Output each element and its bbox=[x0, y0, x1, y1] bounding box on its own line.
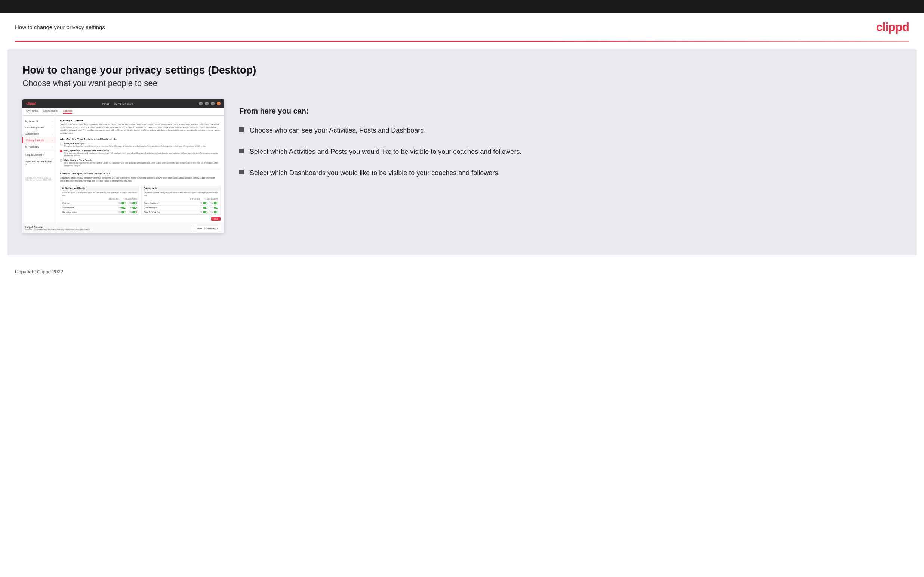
main-content: How to change your privacy settings (Des… bbox=[8, 49, 916, 255]
mockup-manual-followers-toggle: ON bbox=[129, 211, 137, 213]
mockup-what-to-work-on-toggles: ON ON bbox=[200, 211, 219, 213]
top-bar bbox=[0, 0, 924, 13]
mockup-player-dashboard-toggles: ON ON bbox=[200, 202, 219, 204]
mockup-subnav-settings: Settings bbox=[63, 110, 72, 114]
mockup-nav-performance: My Performance bbox=[114, 102, 133, 105]
bullet-list: Choose who can see your Activities, Post… bbox=[239, 126, 901, 178]
mockup-avatar bbox=[217, 102, 221, 105]
mockup-help-desc: Visit our Clippd community to troublesho… bbox=[26, 229, 90, 231]
logo: clippd bbox=[876, 20, 909, 34]
bullet-text-1: Choose who can see your Activities, Post… bbox=[250, 126, 426, 135]
bullet-marker-3 bbox=[239, 170, 244, 174]
mockup-activities-panel: Activities and Posts Select the types of… bbox=[60, 185, 139, 215]
mockup-radio-label-everyone: Everyone on Clippd bbox=[64, 142, 206, 145]
mockup-radio-desc-followers: Only approved followers and coaches you … bbox=[64, 152, 221, 157]
mockup-radio-everyone: Everyone on Clippd Everyone on Clippd ca… bbox=[60, 142, 221, 148]
mockup-player-dashboard-followers-toggle: ON bbox=[210, 202, 218, 204]
mockup-drills-coaches-toggle: ON bbox=[118, 206, 126, 209]
mockup-divider-1 bbox=[60, 169, 221, 170]
mockup-radio-label-followers: Only Approved Followers and Your Coach bbox=[64, 149, 221, 152]
mockup-round-insights-followers-toggle: ON bbox=[210, 206, 218, 209]
mockup-nav-links: Home My Performance bbox=[102, 102, 133, 105]
mockup-toggle-player-dashboard: Player Dashboard ON ON bbox=[142, 201, 220, 205]
bullet-text-2: Select which Activities and Posts you wo… bbox=[250, 147, 522, 156]
content-columns: clippd Home My Performance My Profile bbox=[23, 99, 901, 233]
mockup-body: My Account› Data Integrations› Subscript… bbox=[23, 116, 224, 224]
mockup-toggle-drills: Practice Drills ON ON bbox=[60, 205, 139, 210]
mockup-radio-followers: Only Approved Followers and Your Coach O… bbox=[60, 149, 221, 157]
mockup-rounds-label: Rounds bbox=[62, 202, 118, 204]
mockup-sidebar-my-account: My Account› bbox=[23, 118, 56, 124]
mockup-toggle-grid: Activities and Posts Select the types of… bbox=[60, 185, 221, 215]
mockup-privacy-controls-desc: Control how you and your data appears to… bbox=[60, 123, 221, 135]
mockup-help-section: Help & Support Visit our Clippd communit… bbox=[23, 224, 224, 233]
mockup-bell-icon bbox=[205, 102, 208, 105]
mockup-help-title: Help & Support bbox=[26, 226, 90, 229]
mockup-dashboards-followers-header: FOLLOWERS bbox=[205, 198, 218, 200]
mockup-sidebar-divider bbox=[23, 150, 56, 151]
mockup-radio-group: Everyone on Clippd Everyone on Clippd ca… bbox=[60, 142, 221, 167]
mockup-visit-community-button[interactable]: Visit Our Community ↗ bbox=[194, 226, 221, 231]
header: How to change your privacy settings clip… bbox=[0, 13, 924, 41]
mockup-privacy-controls-title: Privacy Controls bbox=[60, 119, 221, 122]
mockup-nav-home: Home bbox=[102, 102, 109, 105]
mockup-radio-circle-followers bbox=[60, 150, 62, 152]
right-heading: From here you can: bbox=[239, 107, 901, 115]
mockup-radio-desc-only-you: Only you and the coaches you connect wit… bbox=[64, 162, 221, 166]
mockup-manual-coaches-toggle: ON bbox=[118, 211, 126, 213]
mockup-show-hide-desc: Regardless of the privacy controls that … bbox=[60, 177, 221, 182]
mockup-player-dashboard-label: Player Dashboard bbox=[144, 202, 200, 204]
mockup-save-button[interactable]: Save bbox=[211, 217, 221, 221]
mockup-subnav-profile: My Profile bbox=[26, 110, 38, 114]
mockup-toggle-rounds: Rounds ON ON bbox=[60, 201, 139, 205]
mockup-drills-followers-toggle: ON bbox=[129, 206, 137, 209]
mockup-toggle-what-to-work-on: What To Work On ON ON bbox=[142, 210, 220, 214]
bullet-item-3: Select which Dashboards you would like t… bbox=[239, 168, 901, 178]
mockup-subnav: My Profile Connections Settings bbox=[23, 108, 224, 116]
mockup-round-insights-label: Round Insights bbox=[144, 206, 200, 209]
mockup-version: Clippd Client Version: 2022.8.2SQL Serve… bbox=[23, 175, 56, 183]
mockup-sidebar-privacy-controls: Privacy Controls› bbox=[23, 137, 56, 143]
page-subheading: Choose what you want people to see bbox=[23, 79, 901, 88]
mockup-coaches-header: COACHES bbox=[108, 198, 118, 200]
mockup-sidebar: My Account› Data Integrations› Subscript… bbox=[23, 116, 56, 224]
mockup-settings-icon bbox=[211, 102, 215, 105]
header-title: How to change your privacy settings bbox=[15, 24, 105, 30]
mockup-manual-label: Manual Activities bbox=[62, 211, 118, 213]
mockup-toggle-manual: Manual Activities ON ON bbox=[60, 210, 139, 214]
bullet-item-1: Choose who can see your Activities, Post… bbox=[239, 126, 901, 135]
mockup-activities-title: Activities and Posts bbox=[60, 186, 139, 191]
mockup-navbar: clippd Home My Performance bbox=[23, 99, 224, 108]
mockup-logo: clippd bbox=[26, 102, 36, 105]
mockup-subnav-connections: Connections bbox=[43, 110, 58, 114]
bullet-marker-2 bbox=[239, 148, 244, 153]
mockup-what-to-work-on-coaches-toggle: ON bbox=[200, 211, 208, 213]
mockup-what-to-work-on-label: What To Work On bbox=[144, 211, 200, 213]
mockup-save-row: Save bbox=[60, 217, 221, 221]
mockup-round-insights-coaches-toggle: ON bbox=[200, 206, 208, 209]
mockup-round-insights-toggles: ON ON bbox=[200, 206, 219, 209]
mockup-what-to-work-on-followers-toggle: ON bbox=[210, 211, 218, 213]
mockup-radio-circle-only-you bbox=[60, 160, 62, 162]
mockup-sidebar-subscription: Subscription› bbox=[23, 131, 56, 137]
mockup-help-text: Help & Support Visit our Clippd communit… bbox=[26, 226, 90, 231]
bullet-item-2: Select which Activities and Posts you wo… bbox=[239, 147, 901, 156]
mockup-dashboards-title: Dashboards bbox=[142, 186, 220, 191]
screenshot-container: clippd Home My Performance My Profile bbox=[23, 99, 224, 233]
page-heading: How to change your privacy settings (Des… bbox=[23, 64, 901, 76]
mockup-manual-toggles: ON ON bbox=[118, 211, 137, 213]
footer: Copyright Clippd 2022 bbox=[0, 263, 924, 280]
mockup-dashboards-col-headers: COACHES FOLLOWERS bbox=[142, 197, 220, 201]
mockup-sidebar-help: Help & Support ↗ bbox=[23, 152, 56, 158]
mockup-search-icon bbox=[199, 102, 203, 105]
footer-text: Copyright Clippd 2022 bbox=[15, 269, 63, 274]
right-column: From here you can: Choose who can see yo… bbox=[239, 99, 901, 178]
header-divider bbox=[15, 41, 909, 42]
mockup-radio-desc-everyone: Everyone on Clippd can search for you an… bbox=[64, 145, 206, 148]
mockup-rounds-coaches-toggle: ON bbox=[118, 202, 126, 204]
mockup-dashboards-coaches-header: COACHES bbox=[190, 198, 200, 200]
mockup-dashboards-panel: Dashboards Select the types of activity … bbox=[141, 185, 221, 215]
mockup-radio-circle-everyone bbox=[60, 143, 62, 145]
mockup-main-panel: Privacy Controls Control how you and you… bbox=[56, 116, 224, 224]
mockup-who-can-see-title: Who Can See Your Activities and Dashboar… bbox=[60, 138, 221, 140]
